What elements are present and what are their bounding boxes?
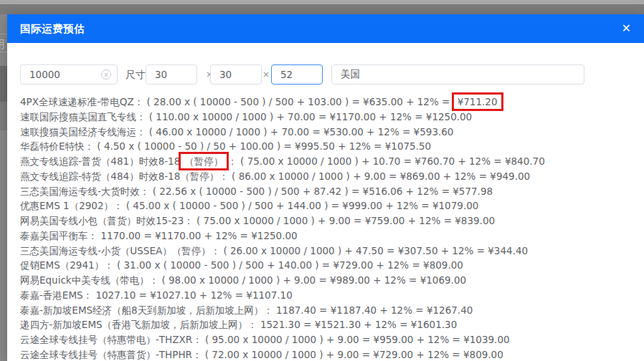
rate-row: 云途全球专线挂号（特惠普货）-THPHR： ( 72.00 x 10000 / … [20, 347, 641, 361]
rate-text: ： ( 75.00 x 10000 / 1000 ) + 10.70 = ¥76… [227, 155, 544, 167]
rate-row: 泰嘉-新加坡EMS经济（船8天到新加坡，后新加坡上网）： 1187.40 = ¥… [20, 303, 641, 318]
rate-text: 网易美国专线小包（普货）时效15-23： ( 75.00 x 10000 / 1… [20, 215, 495, 226]
modal-body: 10000 ✕ 尺寸 30 × 30 × 52 美国 4PX全球速递标准-带电Q… [7, 43, 644, 361]
backdrop-left-strip: 用 [0, 14, 7, 361]
destination-input[interactable]: 美国 [331, 64, 584, 85]
rate-row: 促销EMS（2941）： ( 31.00 x ( 10000 - 500 ) /… [20, 258, 641, 273]
width-value: 30 [219, 69, 232, 80]
length-input[interactable]: 30 [146, 64, 197, 85]
height-input-focused[interactable]: 52 [271, 64, 323, 85]
rate-text: 优惠EMS 1（2902）： ( 45.00 x ( 10000 - 500 )… [20, 200, 478, 211]
rate-text: 4PX全球速递标准-带电QZ： ( 28.00 x ( 10000 - 500 … [20, 96, 453, 107]
rate-text: 速联国际搜猫美国直飞专线： ( 110.00 x 10000 / 1000 ) … [20, 111, 472, 122]
rate-text: 云途全球专线挂号（特惠普货）-THPHR： ( 72.00 x 10000 / … [20, 349, 503, 360]
rate-list: 4PX全球速递标准-带电QZ： ( 28.00 x ( 10000 - 500 … [20, 95, 641, 361]
rate-row: 三态美国海运专线-小货（USSEA）（暂停）： ( 26.00 x 10000 … [20, 244, 641, 259]
rate-text: 泰嘉-新加坡EMS经济（船8天到新加坡，后新加坡上网）： 1187.40 = ¥… [20, 304, 473, 316]
rate-row: 华磊特价E特快： ( 4.50 x ( 10000 - 50 ) / 50 + … [20, 139, 641, 154]
rate-text: 网易Equick中美专线（带电）： ( 98.00 x 10000 / 1000… [20, 274, 466, 286]
rate-row: 燕文专线追踪-普货（481）时效8-18（暂停）： ( 75.00 x 1000… [20, 154, 641, 169]
backdrop-block [0, 66, 7, 102]
rate-row: 燕文专线追踪-特货（484）时效8-18（暂停）： ( 86.00 x 1000… [20, 169, 641, 184]
height-value: 52 [280, 69, 293, 80]
rate-row: 三态美国海运专线-大货时效： ( 22.56 x ( 10000 - 500 )… [20, 184, 641, 199]
rate-text: 三态美国海运专线-小货（USSEA）（暂停）： ( 26.00 x 10000 … [20, 245, 528, 256]
red-annotation-box: （暂停） [182, 155, 225, 167]
rate-row: 速联国际搜猫美国直飞专线： ( 110.00 x 10000 / 1000 ) … [20, 110, 641, 125]
weight-value: 10000 [29, 69, 60, 80]
width-input[interactable]: 30 [210, 64, 262, 85]
backdrop-top-strip-dark [0, 4, 644, 14]
rate-row: 云途全球专线挂号（特惠带电）-THZXR： ( 95.00 x 10000 / … [20, 332, 641, 347]
backdrop-table-line [0, 52, 7, 52]
rate-row: 网易Equick中美专线（带电）： ( 98.00 x 10000 / 1000… [20, 273, 641, 288]
rate-text: 促销EMS（2941）： ( 31.00 x ( 10000 - 500 ) /… [20, 259, 463, 271]
rate-row: 优惠EMS 1（2902）： ( 45.00 x ( 10000 - 500 )… [20, 198, 641, 213]
rate-row: 网易美国专线小包（普货）时效15-23： ( 75.00 x 10000 / 1… [20, 213, 641, 228]
rate-text: 泰嘉美国平衡车： 1170.00 = ¥1170.00 + 12% = ¥125… [20, 230, 298, 241]
rate-text: 云途全球专线挂号（特惠带电）-THZXR： ( 95.00 x 10000 / … [20, 334, 510, 345]
rate-text: 递四方-新加坡EMS（香港飞新加坡，后新加坡上网）： 1521.30 = ¥15… [20, 319, 457, 330]
rate-row: 泰嘉-香港EMS： 1027.10 = ¥1027.10 + 12% = ¥11… [20, 288, 641, 303]
rate-text: 泰嘉-香港EMS： 1027.10 = ¥1027.10 + 12% = ¥11… [20, 289, 293, 301]
clear-icon[interactable]: ✕ [101, 69, 111, 80]
rate-text: 燕文专线追踪-特货（484）时效8-18（暂停）： ( 86.00 x 1000… [20, 170, 530, 182]
shipping-estimate-modal: 国际运费预估 ✕ 10000 ✕ 尺寸 30 × 30 × 52 美国 4PX全… [7, 14, 644, 361]
rate-row: 递四方-新加坡EMS（香港飞新加坡，后新加坡上网）： 1521.30 = ¥15… [20, 317, 641, 332]
rate-text: 三态美国海运专线-大货时效： ( 22.56 x ( 10000 - 500 )… [20, 186, 493, 197]
modal-header: 国际运费预估 ✕ [7, 14, 644, 43]
rate-text: 燕文专线追踪-普货（481）时效8-18 [20, 155, 180, 167]
rate-row: 泰嘉美国平衡车： 1170.00 = ¥1170.00 + 12% = ¥125… [20, 228, 641, 244]
length-value: 30 [155, 69, 167, 80]
destination-value: 美国 [341, 68, 360, 81]
modal-title: 国际运费预估 [20, 22, 85, 36]
rate-row: 速联搜猫美国经济专线海运： ( 46.00 x 10000 / 1000 ) +… [20, 125, 641, 140]
backdrop-clipped-text: 用 [0, 38, 5, 52]
backdrop-table-line [0, 34, 7, 34]
red-annotation-box: ¥711.20 [455, 96, 500, 107]
weight-input[interactable]: 10000 ✕ [20, 64, 118, 85]
rate-row: 4PX全球速递标准-带电QZ： ( 28.00 x ( 10000 - 500 … [20, 95, 641, 110]
rate-text: 速联搜猫美国经济专线海运： ( 46.00 x 10000 / 1000 ) +… [20, 126, 453, 138]
size-label: 尺寸 [126, 64, 146, 85]
close-icon[interactable]: ✕ [622, 23, 631, 34]
backdrop-block [0, 102, 7, 130]
multiply-sign: × [262, 64, 270, 85]
rate-text: 华磊特价E特快： ( 4.50 x ( 10000 - 50 ) / 50 + … [20, 140, 431, 152]
